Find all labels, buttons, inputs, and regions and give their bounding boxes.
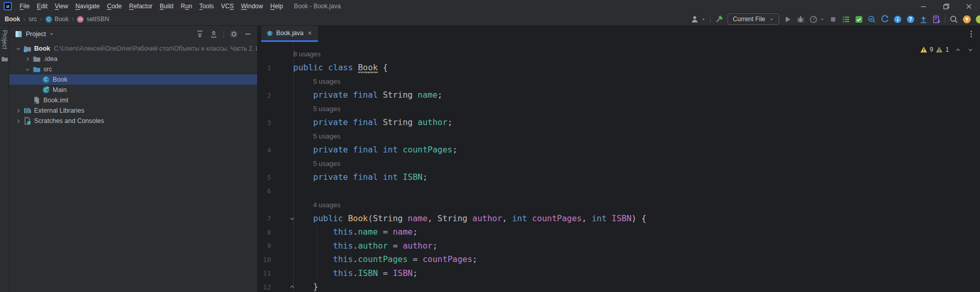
gutter-line-2[interactable]: 2	[258, 88, 293, 102]
menu-window[interactable]: Window	[238, 0, 267, 12]
gutter-line-10[interactable]: 10	[258, 253, 293, 267]
tree-item--idea[interactable]: .idea	[9, 54, 257, 64]
chevron-up-icon[interactable]	[955, 47, 961, 53]
hide-panel-button[interactable]	[244, 30, 252, 38]
gutter-line-9[interactable]: 9	[258, 239, 293, 253]
chevron-down-icon[interactable]	[820, 17, 825, 22]
chevron-down-icon[interactable]	[13, 44, 23, 53]
usage-hint[interactable]: 5 usages	[313, 78, 341, 85]
gutter-line-8[interactable]: 8	[258, 225, 293, 239]
menu-help[interactable]: Help	[266, 0, 287, 12]
help-button[interactable]: ?	[906, 15, 915, 24]
tree-indent-spacer	[23, 96, 32, 104]
run-configuration-selector[interactable]: Current File	[728, 13, 779, 25]
usage-hint[interactable]: 4 usages	[313, 201, 341, 209]
tree-item-book[interactable]: CBook	[9, 74, 257, 85]
gutter-line-1[interactable]: 1	[258, 61, 293, 75]
tree-item-scratches-and-consoles[interactable]: Scratches and Consoles	[9, 116, 257, 126]
fold-up-icon[interactable]	[289, 284, 295, 290]
tree-item-book-iml[interactable]: Book.iml	[9, 95, 257, 105]
stop-button[interactable]	[829, 15, 837, 24]
chevron-right-icon[interactable]	[13, 117, 23, 125]
gutter-line-4[interactable]: 4	[258, 143, 293, 157]
window-minimize-button[interactable]	[920, 3, 927, 10]
menu-refactor[interactable]: Refactor	[125, 0, 156, 12]
fold-down-icon[interactable]	[289, 216, 295, 222]
menu-vcs[interactable]: VCS	[217, 0, 238, 12]
tree-item-main[interactable]: CMain	[9, 85, 257, 95]
usage-hint[interactable]: 5 usages	[313, 132, 341, 140]
java-class-run-icon: C	[41, 86, 50, 94]
info-button[interactable]	[893, 15, 902, 24]
window-close-button[interactable]	[965, 3, 973, 10]
commit-checkbox-button[interactable]	[855, 15, 863, 24]
edge-avatar-button[interactable]	[975, 15, 980, 24]
run-configuration-label: Current File	[733, 16, 765, 23]
chevron-down-icon[interactable]	[49, 32, 54, 37]
expand-all-button[interactable]	[196, 30, 204, 38]
caret-down-icon	[769, 17, 774, 22]
sync-refresh-button[interactable]	[880, 15, 889, 24]
breadcrumb-label: Book	[55, 16, 69, 23]
tree-item-external-libraries[interactable]: External Libraries	[9, 105, 257, 116]
gutter-line-11[interactable]: 11	[258, 267, 293, 281]
tab-book-java[interactable]: C Book.java	[261, 26, 318, 42]
usage-hint[interactable]: 8 usages	[293, 50, 321, 58]
win-restore-icon	[942, 3, 950, 10]
close-icon[interactable]	[307, 30, 313, 36]
code-cell: public Book(String name, String author, …	[293, 212, 646, 226]
menu-code[interactable]: Code	[103, 0, 125, 12]
gutter-line-3[interactable]: 3	[258, 116, 293, 130]
search-everywhere-icon	[950, 15, 958, 24]
push-upload-button[interactable]	[919, 15, 928, 24]
build-hammer-button[interactable]	[715, 15, 723, 24]
folder-icon[interactable]	[1, 55, 8, 63]
chevron-right-icon[interactable]	[13, 106, 23, 115]
menu-navigate[interactable]: Navigate	[72, 0, 103, 12]
gutter-line-7[interactable]: 7	[258, 212, 293, 226]
window-restore-button[interactable]	[942, 3, 950, 10]
project-panel-title[interactable]: Project	[26, 30, 46, 38]
usage-hint[interactable]: 5 usages	[313, 105, 341, 113]
breadcrumb-setisbn[interactable]: msetISBN	[77, 16, 109, 23]
token-fld: ISBN	[403, 172, 423, 182]
collapse-all-button[interactable]	[210, 30, 218, 38]
menu-edit[interactable]: Edit	[33, 0, 51, 12]
menu-tools[interactable]: Tools	[196, 0, 217, 12]
menu-run[interactable]: Run	[177, 0, 196, 12]
menu-view[interactable]: View	[51, 0, 72, 12]
gutter-line-5[interactable]: 5	[258, 171, 293, 185]
user-profile-button[interactable]	[690, 15, 699, 24]
debug-bug-button[interactable]	[796, 15, 805, 24]
project-stripe-label[interactable]: Project	[1, 30, 8, 49]
notification-orange-button[interactable]	[962, 15, 971, 24]
pull-request-button[interactable]	[932, 15, 941, 24]
gutter-line-12[interactable]: 12	[258, 280, 293, 292]
usage-hint[interactable]: 5 usages	[313, 160, 341, 167]
tree-item-book[interactable]: BookC:\Users\Алексей\OneDrive\Рабочий ст…	[9, 43, 257, 54]
search-everywhere-button[interactable]	[950, 15, 958, 24]
settings-gear-button[interactable]	[230, 30, 238, 38]
editor-body[interactable]: 8 usages1public class Book { 5 usages2 p…	[258, 42, 980, 292]
chevron-down-icon[interactable]	[23, 65, 32, 73]
menu-file[interactable]: File	[16, 0, 33, 12]
breadcrumb-book[interactable]: CBook	[45, 16, 69, 23]
chevron-right-icon[interactable]	[23, 55, 32, 63]
chevron-down-icon[interactable]	[967, 47, 974, 53]
todo-list-button[interactable]	[842, 15, 850, 24]
more-options-icon[interactable]	[970, 30, 973, 38]
warning-dim-icon[interactable]	[936, 46, 943, 53]
warning-bright-icon[interactable]	[920, 46, 927, 53]
breadcrumb-src[interactable]: src	[28, 16, 37, 23]
gutter-line-6[interactable]: 6	[258, 185, 293, 198]
breadcrumb-book[interactable]: Book	[5, 16, 20, 23]
profiler-button[interactable]	[809, 15, 818, 24]
hide-panel-icon	[244, 30, 252, 38]
run-play-button[interactable]	[783, 15, 792, 24]
menu-build[interactable]: Build	[156, 0, 177, 12]
inspect-code-button[interactable]	[867, 15, 876, 24]
code-area: 8 usages1public class Book { 5 usages2 p…	[258, 42, 980, 292]
tree-item-src[interactable]: src	[9, 64, 257, 74]
inspections-widget[interactable]: 91	[920, 46, 974, 53]
chevron-down-icon[interactable]	[701, 17, 706, 22]
